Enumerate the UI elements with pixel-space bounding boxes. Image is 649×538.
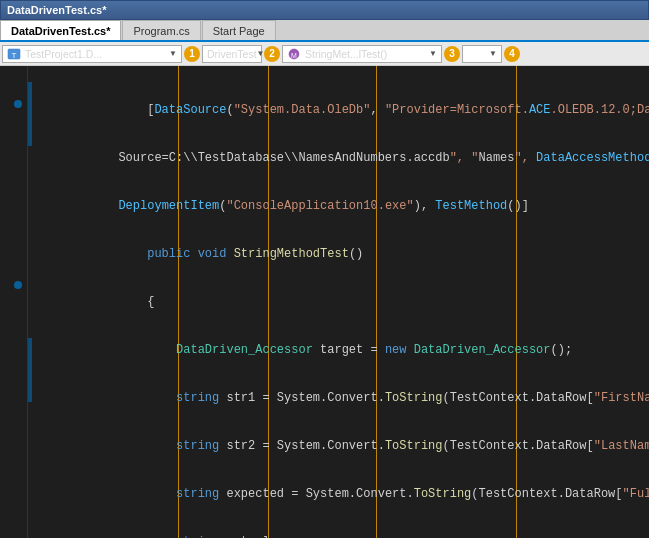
- code-line: Source=C:\\TestDatabase\\NamesAndNumbers…: [28, 134, 649, 182]
- left-margin: [0, 66, 28, 538]
- code-line: string str1 = System.Convert.ToString(Te…: [28, 374, 649, 422]
- code-line: DeploymentItem("ConsoleApplication10.exe…: [28, 182, 649, 230]
- code-area: [DataSource("System.Data.OleDb", "Provid…: [0, 66, 649, 538]
- code-line: string str2 = System.Convert.ToString(Te…: [28, 422, 649, 470]
- code-line: {: [28, 278, 649, 326]
- annotation-4: 4: [504, 46, 520, 62]
- annotation-1: 1: [184, 46, 200, 62]
- class-dropdown-text: DrivenTest: [207, 48, 257, 60]
- code-line: string actual;: [28, 518, 649, 538]
- code-line: DataDriven_Accessor target = new DataDri…: [28, 326, 649, 374]
- method-icon-3: M: [287, 47, 301, 61]
- dropdown-arrow-2: ▼: [257, 49, 265, 58]
- tab-programcs[interactable]: Program.cs: [122, 20, 200, 40]
- code-line: string expected = System.Convert.ToStrin…: [28, 470, 649, 518]
- member-dropdown[interactable]: M StringMet...lTest() ▼: [282, 45, 442, 63]
- member-dropdown-text: StringMet...lTest(): [305, 48, 387, 60]
- tab-bar: DataDrivenTest.cs* Program.cs Start Page: [0, 20, 649, 42]
- code-line: [28, 70, 649, 86]
- dropdown-bar: T TestProject1.D... ▼ 1 DrivenTest ▼ 2 M…: [0, 42, 649, 66]
- class-dropdown[interactable]: DrivenTest ▼: [202, 45, 262, 63]
- dropdown-arrow-4: ▼: [489, 49, 497, 58]
- namespace-dropdown[interactable]: T TestProject1.D... ▼: [2, 45, 182, 63]
- dropdown-arrow-1: ▼: [169, 49, 177, 58]
- dropdown-arrow-3: ▼: [429, 49, 437, 58]
- tab-startpage[interactable]: Start Page: [202, 20, 276, 40]
- extra-dropdown[interactable]: ▼: [462, 45, 502, 63]
- title-bar: DataDrivenTest.cs*: [0, 0, 649, 20]
- code-line: public void StringMethodTest(): [28, 230, 649, 278]
- svg-text:M: M: [291, 51, 297, 58]
- annotation-3: 3: [444, 46, 460, 62]
- namespace-dropdown-text: TestProject1.D...: [25, 48, 102, 60]
- annotation-2: 2: [264, 46, 280, 62]
- code-line: [DataSource("System.Data.OleDb", "Provid…: [28, 86, 649, 134]
- project-icon: T: [7, 47, 21, 61]
- title-bar-text: DataDrivenTest.cs*: [7, 4, 106, 16]
- svg-text:T: T: [12, 51, 17, 60]
- code-editor[interactable]: [DataSource("System.Data.OleDb", "Provid…: [28, 66, 649, 538]
- tab-datadriventest[interactable]: DataDrivenTest.cs*: [0, 20, 121, 40]
